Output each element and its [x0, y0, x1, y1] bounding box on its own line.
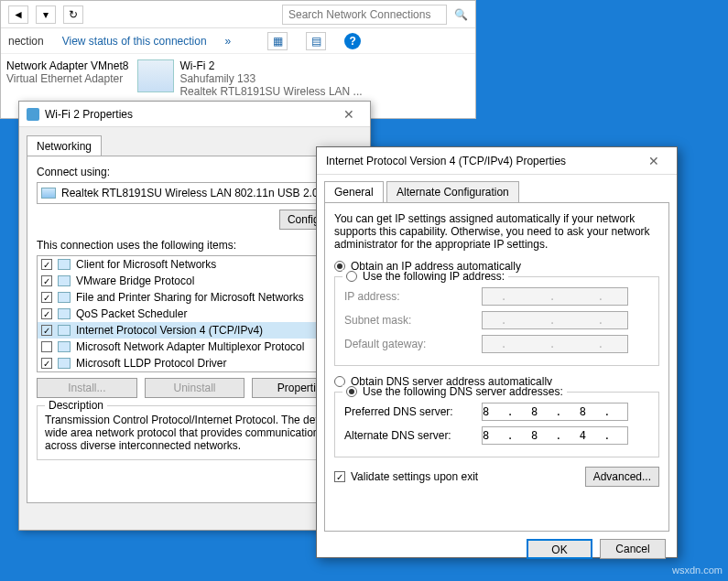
dns2-label: Alternate DNS server: [344, 429, 482, 442]
search-input[interactable] [282, 5, 447, 25]
close-icon[interactable]: ✕ [335, 107, 363, 122]
items-label: This connection uses the following items… [37, 239, 353, 252]
validate-label: Validate settings upon exit [351, 470, 478, 483]
connect-using-label: Connect using: [37, 166, 353, 178]
tab-networking[interactable]: Networking [27, 135, 102, 156]
refresh-icon[interactable]: ↻ [63, 5, 83, 24]
gw-input [482, 335, 628, 353]
adapter-sub2: Realtek RTL8191SU Wireless LAN ... [179, 85, 362, 98]
item-label: Microsoft Network Adapter Multiplexor Pr… [76, 340, 304, 353]
radio-icon [346, 386, 357, 397]
wifi-tab-panel: Connect using: Realtek RTL8191SU Wireles… [27, 156, 363, 503]
tab-alternate[interactable]: Alternate Configuration [386, 181, 519, 203]
adapter-name: Realtek RTL8191SU Wireless LAN 802.11n U… [61, 187, 335, 199]
nc-command-bar: nection View status of this connection »… [1, 28, 475, 54]
item-label: Internet Protocol Version 4 (TCP/IPv4) [76, 324, 263, 337]
adapter-sub: Virtual Ethernet Adapter [6, 72, 128, 85]
service-icon [58, 358, 71, 369]
wifi-icon [27, 108, 39, 121]
ip-input [482, 287, 628, 306]
adapter-sub: Sahufamily 133 [179, 72, 362, 85]
tcpip-properties-dialog: Internet Protocol Version 4 (TCP/IPv4) P… [316, 146, 678, 558]
wifi-titlebar: Wi-Fi 2 Properties ✕ [19, 102, 370, 127]
item-label: Microsoft LLDP Protocol Driver [76, 357, 227, 370]
checkbox-icon[interactable] [41, 325, 52, 336]
close-icon[interactable]: ✕ [640, 154, 668, 168]
adapter-title: Wi-Fi 2 [179, 59, 362, 72]
gw-label: Default gateway: [344, 338, 482, 350]
checkbox-icon[interactable] [41, 275, 52, 286]
help-icon[interactable]: ? [344, 33, 361, 49]
uninstall-button[interactable]: Uninstall [145, 378, 245, 398]
service-icon [58, 275, 71, 286]
mask-input [482, 311, 628, 329]
details-icon[interactable]: ▤ [306, 32, 326, 50]
wifi-tabs: Networking [27, 134, 363, 156]
radio-icon [346, 271, 357, 282]
tcp-tabs: General Alternate Configuration [324, 180, 669, 202]
dns-manual-group: Use the following DNS server addresses: … [334, 392, 659, 457]
list-item[interactable]: Internet Protocol Version 4 (TCP/IPv4) [38, 322, 352, 339]
checkbox-icon[interactable] [41, 341, 52, 352]
nc-toolbar: ◄ ▾ ↻ 🔍 [1, 1, 475, 28]
list-item[interactable]: Microsoft LLDP Protocol Driver [38, 355, 352, 371]
nc-cmd-status[interactable]: View status of this connection [62, 35, 207, 48]
back-button[interactable]: ◄ [8, 5, 28, 24]
list-item[interactable]: Client for Microsoft Networks [38, 256, 352, 273]
adapter-box: Realtek RTL8191SU Wireless LAN 802.11n U… [37, 182, 353, 204]
cancel-button[interactable]: Cancel [600, 539, 666, 559]
nc-cmd-disable[interactable]: nection [8, 35, 44, 48]
description-group: Description Transmission Control Protoco… [37, 405, 353, 460]
checkbox-icon[interactable] [41, 358, 52, 369]
service-icon [58, 292, 71, 303]
ok-button[interactable]: OK [527, 539, 592, 559]
list-item[interactable]: File and Printer Sharing for Microsoft N… [38, 289, 352, 306]
radio-dns-manual[interactable]: Use the following DNS server addresses: [342, 385, 567, 398]
chevron-down-icon[interactable]: » [225, 35, 232, 48]
description-title: Description [45, 399, 107, 412]
install-button[interactable]: Install... [37, 378, 137, 398]
advanced-button[interactable]: Advanced... [585, 467, 659, 487]
item-label: VMware Bridge Protocol [76, 274, 194, 287]
wifi-adapter-icon [137, 59, 174, 92]
tcp-title: Internet Protocol Version 4 (TCP/IPv4) P… [326, 155, 640, 167]
adapter-title: Network Adapter VMnet8 [6, 59, 128, 72]
adapter-wifi2[interactable]: Wi-Fi 2 Sahufamily 133 Realtek RTL8191SU… [137, 59, 362, 98]
list-item[interactable]: Microsoft Network Adapter Multiplexor Pr… [38, 339, 352, 355]
watermark: wsxdn.com [672, 565, 723, 576]
adapter-icon [41, 188, 56, 199]
radio-ip-manual[interactable]: Use the following IP address: [342, 270, 508, 283]
components-list[interactable]: Client for Microsoft NetworksVMware Brid… [37, 255, 353, 372]
dropdown-icon[interactable]: ▾ [36, 5, 56, 24]
description-text: Transmission Control Protocol/Internet P… [45, 414, 344, 452]
search-icon[interactable]: 🔍 [454, 8, 468, 21]
list-item[interactable]: VMware Bridge Protocol [38, 273, 352, 289]
list-item[interactable]: QoS Packet Scheduler [38, 306, 352, 322]
dns2-input[interactable] [482, 426, 628, 445]
dns1-label: Preferred DNS server: [344, 405, 482, 418]
ip-manual-group: Use the following IP address: IP address… [334, 276, 659, 366]
view-icon[interactable]: ▦ [267, 32, 288, 50]
item-label: Client for Microsoft Networks [76, 258, 216, 271]
tab-general[interactable]: General [324, 181, 384, 202]
checkbox-icon[interactable] [41, 259, 52, 270]
radio-label: Use the following DNS server addresses: [363, 385, 563, 398]
service-icon [58, 341, 71, 352]
service-icon [58, 325, 71, 336]
tcp-panel: You can get IP settings assigned automat… [324, 202, 669, 532]
item-label: File and Printer Sharing for Microsoft N… [76, 291, 304, 304]
dns1-input[interactable] [482, 403, 628, 421]
adapter-vmnet8[interactable]: Network Adapter VMnet8 Virtual Ethernet … [6, 59, 128, 98]
service-icon [58, 308, 71, 319]
radio-label: Use the following IP address: [363, 270, 505, 283]
nc-items: Network Adapter VMnet8 Virtual Ethernet … [1, 54, 475, 103]
checkbox-icon[interactable] [41, 292, 52, 303]
wifi-title: Wi-Fi 2 Properties [45, 108, 335, 121]
validate-checkbox[interactable]: Validate settings upon exit [334, 470, 478, 483]
tcp-intro: You can get IP settings assigned automat… [334, 212, 659, 251]
checkbox-icon[interactable] [41, 308, 52, 319]
tcp-dialog-buttons: OK Cancel [317, 532, 677, 566]
item-label: QoS Packet Scheduler [76, 307, 187, 320]
service-icon [58, 259, 71, 270]
ip-label: IP address: [344, 290, 482, 303]
